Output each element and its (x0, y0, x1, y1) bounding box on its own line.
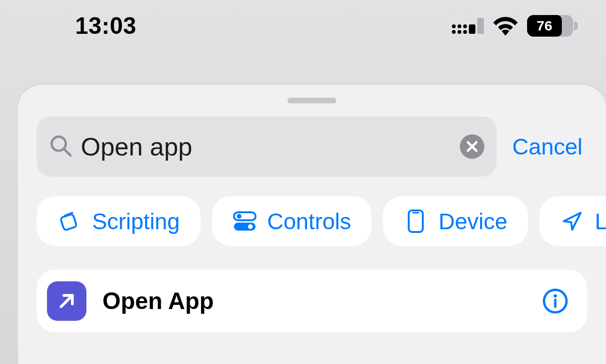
category-chip-controls[interactable]: Controls (212, 196, 372, 246)
location-icon (560, 209, 584, 233)
status-time: 13:03 (75, 12, 136, 39)
scripting-icon (57, 209, 82, 233)
controls-icon (233, 209, 257, 233)
svg-rect-10 (409, 210, 423, 232)
results-list: Open App (18, 270, 606, 333)
search-input[interactable] (81, 132, 451, 161)
device-icon (404, 209, 428, 233)
info-icon (542, 288, 568, 314)
result-row-open-app[interactable]: Open App (37, 270, 587, 333)
cancel-button[interactable]: Cancel (513, 134, 587, 160)
status-icons: 76 (452, 15, 573, 37)
chip-label: Scripting (92, 209, 180, 234)
search-row: Cancel (18, 116, 606, 177)
chip-label: Device (438, 209, 507, 234)
svg-point-7 (237, 214, 241, 219)
svg-line-12 (61, 295, 72, 307)
svg-line-1 (64, 149, 70, 155)
svg-point-9 (248, 225, 253, 229)
sheet-grabber[interactable] (287, 98, 336, 103)
close-icon (466, 140, 478, 153)
battery-percent: 76 (536, 18, 552, 34)
info-button[interactable] (542, 288, 568, 314)
cellular-signal-icon (452, 18, 484, 34)
category-chip-row[interactable]: Scripting Controls Device (18, 196, 606, 246)
chip-label: Loc (595, 209, 606, 234)
chip-label: Controls (267, 209, 351, 234)
search-icon (49, 134, 72, 159)
result-label: Open App (102, 287, 526, 315)
clear-search-button[interactable] (460, 134, 484, 159)
category-chip-device[interactable]: Device (383, 196, 528, 246)
category-chip-scripting[interactable]: Scripting (37, 196, 201, 246)
wifi-icon (492, 16, 519, 36)
battery-icon: 76 (527, 15, 573, 37)
category-chip-location[interactable]: Loc (539, 196, 606, 246)
status-bar: 13:03 76 (0, 0, 606, 70)
svg-point-14 (554, 294, 557, 298)
action-picker-sheet: Cancel Scripting Controls (18, 85, 606, 364)
open-app-icon (47, 281, 86, 321)
search-field[interactable] (37, 116, 497, 177)
svg-rect-4 (60, 214, 77, 230)
